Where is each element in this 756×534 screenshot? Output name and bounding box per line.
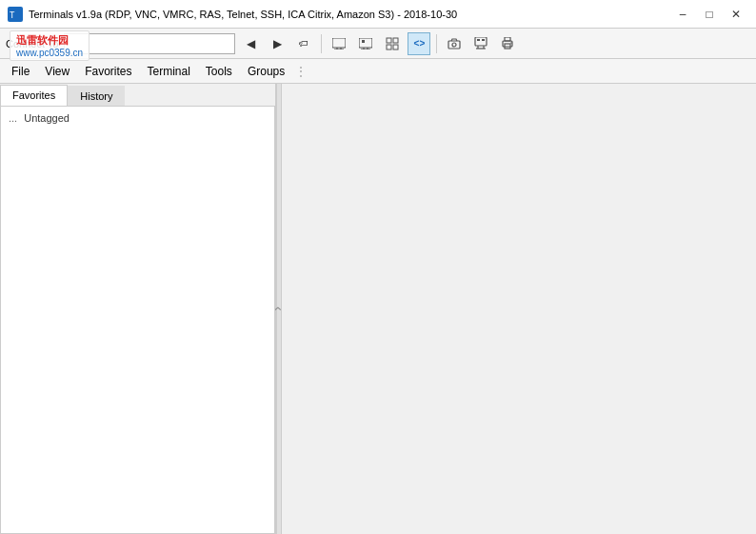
svg-point-16 [452, 43, 456, 47]
svg-text:T: T [10, 10, 15, 20]
svg-rect-11 [387, 38, 391, 43]
svg-rect-24 [505, 37, 510, 41]
svg-rect-12 [393, 38, 398, 43]
forward-btn[interactable]: ▶ [266, 32, 288, 55]
title-bar: T Terminals v1.9a (RDP, VNC, VMRC, RAS, … [0, 0, 756, 29]
screen-btn-2[interactable] [354, 32, 377, 55]
menu-groups[interactable]: Groups [240, 62, 292, 81]
menu-bar: File View Favorites Terminal Tools Group… [0, 59, 756, 84]
toolbar: Connect To ◀ ▶ 🏷 <> [0, 29, 756, 59]
panel-content[interactable]: ... Untagged [0, 107, 275, 534]
print-btn[interactable] [496, 32, 519, 55]
left-panel: Favorites History ... Untagged [0, 84, 276, 534]
connect-to-label: Connect To [6, 38, 58, 49]
menu-separator: ⋮ [292, 64, 309, 79]
svg-rect-13 [387, 45, 391, 49]
tag-btn[interactable]: 🏷 [292, 32, 315, 55]
svg-rect-10 [362, 40, 365, 43]
grid-btn[interactable] [381, 32, 404, 55]
tree-item-prefix: ... [9, 112, 17, 124]
tab-bar: Favorites History [0, 84, 275, 107]
svg-point-26 [511, 42, 513, 44]
svg-rect-2 [332, 38, 346, 48]
svg-rect-17 [475, 37, 487, 46]
right-panel [282, 84, 756, 534]
code-btn[interactable]: <> [408, 32, 430, 55]
tree-item-label: Untagged [24, 112, 70, 124]
window-title: Terminals v1.9a (RDP, VNC, VMRC, RAS, Te… [29, 9, 670, 20]
menu-view[interactable]: View [37, 62, 77, 81]
menu-tools[interactable]: Tools [198, 62, 240, 81]
connect-to-input[interactable] [64, 33, 235, 54]
minimize-button[interactable]: – [670, 5, 695, 24]
svg-rect-15 [448, 41, 460, 49]
back-btn[interactable]: ◀ [239, 32, 262, 55]
main-area: Favorites History ... Untagged ‹ [0, 84, 756, 534]
app-icon: T [8, 7, 23, 22]
maximize-button[interactable]: □ [697, 5, 722, 24]
tab-history[interactable]: History [68, 86, 125, 106]
svg-rect-21 [477, 39, 480, 41]
svg-rect-22 [482, 39, 485, 41]
screen-btn-1[interactable] [328, 32, 350, 55]
svg-rect-14 [393, 45, 398, 49]
menu-terminal[interactable]: Terminal [140, 62, 198, 81]
window-controls: – □ ✕ [670, 5, 748, 24]
toolbar-separator-2 [436, 34, 437, 53]
monitor-btn[interactable] [469, 32, 492, 55]
tab-favorites[interactable]: Favorites [0, 85, 68, 106]
toolbar-separator [321, 34, 322, 53]
menu-file[interactable]: File [4, 62, 37, 81]
svg-rect-6 [359, 38, 372, 48]
capture-btn[interactable] [443, 32, 466, 55]
tree-item-untagged[interactable]: ... Untagged [3, 110, 272, 126]
menu-favorites[interactable]: Favorites [77, 62, 139, 81]
close-button[interactable]: ✕ [724, 5, 748, 24]
